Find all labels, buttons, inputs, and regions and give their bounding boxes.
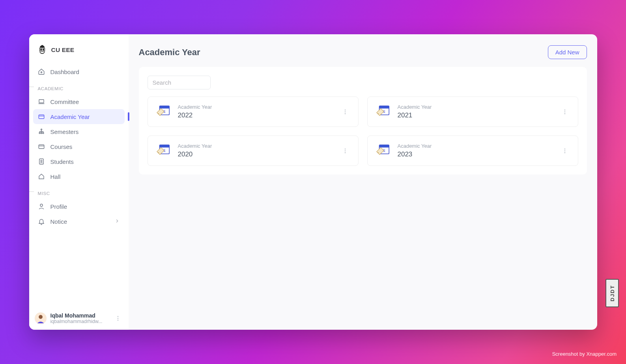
django-debug-toolbar-handle[interactable]: DJDT	[605, 279, 619, 307]
svg-rect-5	[39, 115, 44, 119]
sidebar-item-label: Courses	[50, 143, 73, 150]
user-email: iqbalmohammadrhidw...	[50, 319, 109, 324]
user-menu-button[interactable]	[113, 313, 123, 323]
sidebar-item-label: Academic Year	[50, 113, 90, 120]
sidebar-item-label: Committee	[50, 98, 79, 105]
svg-rect-1	[40, 48, 42, 50]
card-menu-button[interactable]	[340, 146, 350, 156]
svg-point-12	[41, 160, 42, 162]
avatar	[35, 312, 47, 324]
svg-point-50	[564, 152, 565, 153]
page-header: Academic Year Add New	[139, 45, 587, 59]
app-window: CU EEE Dashboard ACADEMIC Committee	[29, 34, 597, 330]
year-card-value: 2020	[178, 150, 333, 158]
year-card[interactable]: 1 Academic Year 2021	[367, 97, 578, 127]
svg-point-18	[117, 320, 118, 321]
svg-rect-44	[379, 145, 389, 147]
svg-point-40	[344, 149, 345, 149]
svg-rect-36	[159, 145, 169, 147]
id-badge-icon	[38, 158, 45, 165]
year-card[interactable]: 1 Academic Year 2020	[148, 136, 359, 166]
card-icon	[38, 113, 45, 120]
year-card-value: 2021	[398, 111, 553, 119]
sidebar-item-courses[interactable]: Courses	[33, 139, 125, 154]
bell-icon	[38, 218, 45, 225]
sidebar-item-label: Dashboard	[50, 69, 79, 75]
svg-point-26	[344, 113, 345, 114]
card-menu-button[interactable]	[560, 107, 570, 117]
svg-point-17	[117, 318, 118, 319]
year-card-label: Academic Year	[178, 104, 333, 110]
sidebar-item-students[interactable]: Students	[33, 154, 125, 169]
calendar-tag-icon: 1	[376, 104, 391, 119]
svg-point-31	[377, 113, 379, 114]
sidebar-item-committee[interactable]: Committee	[33, 94, 125, 109]
svg-point-6	[41, 129, 42, 130]
card-menu-button[interactable]	[340, 107, 350, 117]
svg-point-3	[41, 72, 42, 73]
svg-point-25	[344, 111, 345, 112]
page-title: Academic Year	[139, 47, 200, 58]
content-panel: 1 Academic Year 2022 1 Academic	[139, 67, 587, 175]
svg-point-7	[39, 132, 40, 134]
laptop-icon	[38, 98, 45, 105]
svg-point-8	[41, 132, 42, 134]
sidebar-item-label: Notice	[50, 218, 67, 225]
user-info: Iqbal Mohammad iqbalmohammadrhidw...	[50, 312, 109, 324]
year-card[interactable]: 1 Academic Year 2023	[367, 136, 578, 166]
sidebar-item-hall[interactable]: Hall	[33, 169, 125, 184]
year-card-grid: 1 Academic Year 2022 1 Academic	[148, 97, 578, 166]
sidebar: CU EEE Dashboard ACADEMIC Committee	[29, 34, 129, 330]
svg-point-33	[564, 111, 565, 112]
sidebar-item-notice[interactable]: Notice	[33, 214, 125, 229]
sidebar-user[interactable]: Iqbal Mohammad iqbalmohammadrhidw...	[29, 308, 129, 330]
year-text: Academic Year 2023	[398, 143, 553, 158]
svg-point-15	[39, 315, 43, 319]
sidebar-item-dashboard[interactable]: Dashboard	[33, 64, 125, 79]
brand[interactable]: CU EEE	[29, 42, 129, 64]
card-menu-button[interactable]	[560, 146, 570, 156]
home-icon	[38, 68, 45, 75]
calendar-tag-icon: 1	[376, 143, 391, 158]
active-indicator	[128, 112, 129, 121]
sidebar-item-label: Semesters	[50, 128, 79, 135]
svg-point-39	[158, 152, 159, 153]
sidebar-item-academic-year[interactable]: Academic Year	[33, 109, 125, 124]
calendar-tag-icon: 1	[156, 104, 171, 119]
svg-point-49	[564, 150, 565, 151]
svg-rect-20	[159, 106, 169, 108]
svg-point-48	[564, 149, 565, 149]
sidebar-item-profile[interactable]: Profile	[33, 199, 125, 214]
screenshot-watermark: Screenshot by Xnapper.com	[552, 351, 617, 357]
add-new-button[interactable]: Add New	[548, 45, 587, 59]
year-text: Academic Year 2022	[178, 104, 333, 119]
svg-point-42	[344, 152, 345, 153]
svg-rect-2	[42, 48, 44, 50]
svg-point-16	[117, 316, 118, 317]
hierarchy-icon	[38, 128, 45, 135]
svg-rect-28	[379, 106, 389, 108]
sidebar-item-label: Hall	[50, 173, 61, 180]
year-card-label: Academic Year	[398, 104, 553, 110]
year-card-value: 2023	[398, 150, 553, 158]
search-input[interactable]	[148, 76, 211, 89]
brand-logo-icon	[38, 45, 47, 56]
svg-point-34	[564, 113, 565, 114]
sidebar-nav: Dashboard ACADEMIC Committee Academic Ye…	[29, 64, 129, 229]
sidebar-item-semesters[interactable]: Semesters	[33, 124, 125, 139]
svg-rect-4	[39, 100, 44, 103]
year-card[interactable]: 1 Academic Year 2022	[148, 97, 359, 127]
brand-title: CU EEE	[51, 46, 75, 54]
svg-point-47	[377, 152, 379, 153]
year-text: Academic Year 2021	[398, 104, 553, 119]
user-icon	[38, 203, 45, 210]
svg-point-23	[158, 113, 159, 114]
chevron-right-icon	[114, 218, 120, 225]
main-content: Academic Year Add New 1 Academic Year 20…	[129, 34, 597, 330]
svg-point-24	[344, 110, 345, 110]
user-name: Iqbal Mohammad	[50, 312, 109, 319]
svg-point-41	[344, 150, 345, 151]
sidebar-section-academic: ACADEMIC	[33, 79, 125, 94]
sidebar-section-misc: MISC	[33, 184, 125, 199]
home2-icon	[38, 173, 45, 180]
